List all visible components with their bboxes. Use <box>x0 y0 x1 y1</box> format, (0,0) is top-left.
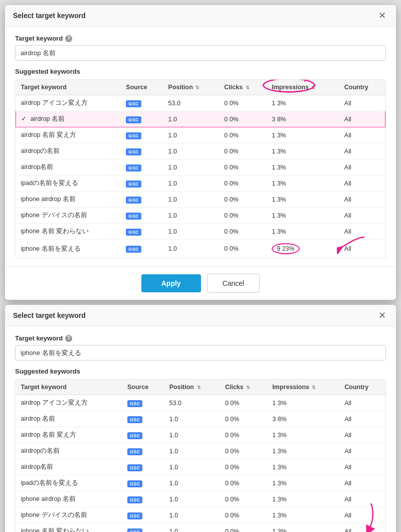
country-cell: All <box>339 459 385 475</box>
table-row[interactable]: iphone デバイスの名前GSC1.00 0%1 3%All <box>16 208 385 224</box>
keywords-table-1-table: Target keyword Source Position ⇅ Clicks … <box>16 80 385 258</box>
col-source-2: Source <box>122 380 164 395</box>
keyword-cell: airdrop 名前 変え方 <box>16 427 122 443</box>
col-impressions-2[interactable]: Impressions ⇅ <box>267 380 339 395</box>
table-row[interactable]: airdrop 名前 変え方GSC1.00 0%1 3%All <box>16 127 385 143</box>
col-position-2[interactable]: Position ⇅ <box>164 380 220 395</box>
target-keyword-label-2: Target keyword ? <box>15 334 386 342</box>
clicks-cell: 0 0% <box>220 507 267 523</box>
keyword-cell: airdrop 名前 <box>16 411 122 427</box>
position-cell: 1.0 <box>163 192 220 208</box>
country-cell: All <box>339 95 385 111</box>
impressions-cell: 1 3% <box>267 443 339 459</box>
keyword-cell: airdrop名前 <box>16 459 122 475</box>
table-row[interactable]: airdrop 名前 変え方GSC1.00 0%1 3%All <box>16 427 385 443</box>
impressions-cell: 1 3% <box>267 523 339 533</box>
clicks-cell: 0 0% <box>219 95 267 111</box>
table-row[interactable]: airdropの名前GSC1.00 0%1 3%All <box>16 143 385 159</box>
impressions-cell: 1 3% <box>267 475 339 491</box>
modal-2-title: Select target keyword <box>13 311 86 319</box>
table-row[interactable]: airdrop名前GSC1.00 0%1 3%All <box>16 159 385 175</box>
impressions-cell: 1 3% <box>267 208 339 224</box>
position-cell: 1.0 <box>164 443 220 459</box>
keyword-cell: iphone デバイスの名前 <box>16 507 122 523</box>
table-row[interactable]: airdrop アイコン変え方GSC53.00 0%1 3%All <box>16 95 385 111</box>
sort-position-icon-2: ⇅ <box>197 385 201 390</box>
col-clicks-2[interactable]: Clicks ⇅ <box>220 380 267 395</box>
table-row[interactable]: iphone 名前 変わらないGSC1.00 0%1 3%All <box>16 224 385 240</box>
table-row[interactable]: ipadの名前を変えるGSC1.00 0%1 3%All <box>16 175 385 192</box>
position-cell: 1.0 <box>163 111 220 127</box>
impressions-cell: 1 3% <box>267 143 339 159</box>
country-cell: All <box>339 208 385 224</box>
cancel-button-1[interactable]: Cancel <box>207 274 260 293</box>
source-cell: GSC <box>121 224 163 240</box>
sort-impressions-icon-1: ⇅ <box>311 85 315 90</box>
position-cell: 1.0 <box>163 224 220 240</box>
table-row[interactable]: iphone airdrop 名前GSC1.00 0%1 3%All <box>16 491 385 507</box>
table-row[interactable]: iphone airdrop 名前GSC1.00 0%1 3%All <box>16 192 385 208</box>
keyword-cell: ipadの名前を変える <box>16 475 122 491</box>
impressions-cell: 1 3% <box>267 507 339 523</box>
country-cell: All <box>339 143 385 159</box>
modal-1-close-button[interactable]: ✕ <box>376 11 388 20</box>
modal-1-header: Select target keyword ✕ <box>5 5 396 27</box>
position-cell: 1.0 <box>163 175 220 192</box>
gsc-badge: GSC <box>127 512 142 519</box>
table-2-header-row: Target keyword Source Position ⇅ Clicks … <box>16 380 385 395</box>
table-row[interactable]: airdrop アイコン変え方GSC53.00 0%1 3%All <box>16 395 385 411</box>
clicks-cell: 0 0% <box>219 192 267 208</box>
modal-2-close-button[interactable]: ✕ <box>376 311 388 320</box>
gsc-badge: GSC <box>127 480 142 487</box>
help-icon-1: ? <box>65 35 72 42</box>
country-cell: All <box>339 111 385 127</box>
apply-button-1[interactable]: Apply <box>141 274 201 292</box>
keyword-cell: iphone airdrop 名前 <box>16 491 122 507</box>
keyword-cell: ipadの名前を変える <box>16 175 121 192</box>
modal-1-body: Target keyword ? Suggested keywords <box>5 27 396 266</box>
country-cell: All <box>339 475 385 491</box>
gsc-badge: GSC <box>126 164 141 171</box>
keyword-cell: iphone airdrop 名前 <box>16 192 121 208</box>
position-cell: 53.0 <box>164 395 220 411</box>
check-icon: ✓ <box>21 115 29 122</box>
source-cell: GSC <box>121 159 163 175</box>
modal-2-header: Select target keyword ✕ <box>5 305 396 326</box>
position-cell: 1.0 <box>164 523 220 533</box>
gsc-badge: GSC <box>126 100 141 107</box>
table-row[interactable]: ✓ airdrop 名前GSC1.00 0%3 8%All <box>16 111 385 127</box>
table-row[interactable]: airdrop 名前GSC1.00 0%3 8%All <box>16 411 385 427</box>
gsc-badge: GSC <box>126 197 141 204</box>
table-row[interactable]: ipadの名前を変えるGSC1.00 0%1 3%All <box>16 475 385 491</box>
gsc-badge: GSC <box>126 181 141 188</box>
target-keyword-input-2[interactable] <box>15 345 386 361</box>
impressions-cell: 1 3% <box>267 127 339 143</box>
col-clicks-1[interactable]: Clicks ⇅ <box>219 80 267 95</box>
country-cell: All <box>339 127 385 143</box>
position-cell: 1.0 <box>164 427 220 443</box>
source-cell: GSC <box>122 443 164 459</box>
modal-2: Select target keyword ✕ Target keyword ?… <box>5 305 396 532</box>
clicks-cell: 0 0% <box>220 491 267 507</box>
source-cell: GSC <box>122 459 164 475</box>
impressions-cell: 1 3% <box>267 491 339 507</box>
table-row[interactable]: iphone 名前を変えるGSC1.00 0%9 23% All <box>16 240 385 258</box>
keyword-cell: airdrop アイコン変え方 <box>16 95 121 111</box>
table-row[interactable]: airdrop名前GSC1.00 0%1 3%All <box>16 459 385 475</box>
table-row[interactable]: iphone 名前 変わらないGSC1.00 0%1 3%All <box>16 523 385 533</box>
table-row[interactable]: airdropの名前GSC1.00 0%1 3%All <box>16 443 385 459</box>
table-row[interactable]: iphone デバイスの名前GSC1.00 0%1 3%All <box>16 507 385 523</box>
position-cell: 1.0 <box>163 159 220 175</box>
target-keyword-input-1[interactable] <box>15 45 386 61</box>
col-impressions-1[interactable]: Impressions ⇅ <box>267 80 339 95</box>
source-cell: GSC <box>121 175 163 192</box>
clicks-cell: 0 0% <box>219 127 267 143</box>
col-position-1[interactable]: Position ⇅ <box>163 80 220 95</box>
source-cell: GSC <box>122 507 164 523</box>
position-cell: 1.0 <box>163 240 220 258</box>
clicks-cell: 0 0% <box>220 395 267 411</box>
keyword-cell: airdropの名前 <box>16 143 121 159</box>
position-cell: 1.0 <box>164 491 220 507</box>
clicks-cell: 0 0% <box>219 224 267 240</box>
source-cell: GSC <box>121 208 163 224</box>
